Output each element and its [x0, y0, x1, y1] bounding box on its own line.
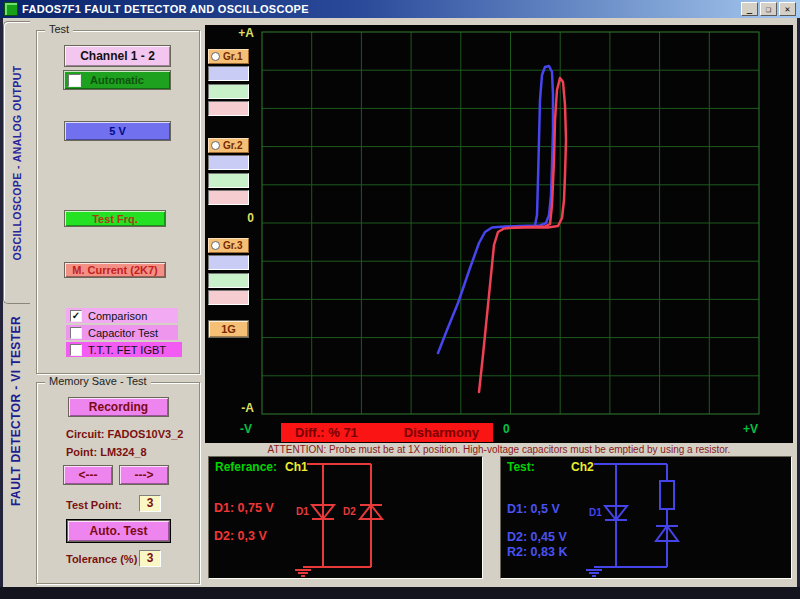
- test-title: Test:: [507, 460, 535, 474]
- gain-1g-button[interactable]: 1G: [208, 320, 249, 338]
- reference-title: Referance:: [215, 460, 277, 474]
- group-2-radio[interactable]: [211, 141, 220, 150]
- axis-label-plus-a: +A: [222, 26, 254, 40]
- tab-oscilloscope-analog-output[interactable]: OSCILLOSCOPE - ANALOG OUTPUT: [3, 21, 30, 304]
- window-controls: _ ❏ ✕: [741, 2, 798, 16]
- group-3-radio[interactable]: [211, 241, 220, 250]
- automatic-toggle[interactable]: Automatic: [63, 70, 171, 90]
- app-icon: [4, 2, 18, 16]
- reference-channel: Ch1: [285, 460, 308, 474]
- group-1-panel: Gr.1: [208, 49, 249, 119]
- axis-label-zero-v: 0: [503, 422, 510, 436]
- app-window: FADOS7F1 FAULT DETECTOR AND OSCILLOSCOPE…: [0, 0, 800, 599]
- vi-curves: [438, 66, 566, 392]
- close-button[interactable]: ✕: [779, 2, 796, 16]
- reference-reading-d1: D1: 0,75 V: [214, 501, 274, 515]
- tab-oscilloscope-label: OSCILLOSCOPE - ANALOG OUTPUT: [11, 65, 23, 260]
- scope-display: +A 0 -A Gr.1 Gr.2 Gr.3: [205, 25, 793, 443]
- group-1-field-pink[interactable]: [208, 101, 249, 116]
- title-bar: FADOS7F1 FAULT DETECTOR AND OSCILLOSCOPE…: [0, 0, 800, 18]
- group-2-field-blue[interactable]: [208, 155, 249, 170]
- window-border-bottom: [0, 587, 800, 599]
- channel-1-2-button[interactable]: Channel 1 - 2: [64, 45, 171, 67]
- axis-label-minus-v: -V: [240, 422, 252, 436]
- test-circuit-diagram: D1: [501, 457, 791, 578]
- group-2-panel: Gr.2: [208, 138, 249, 208]
- ground-icon: [586, 570, 602, 576]
- memory-save-group-label: Memory Save - Test: [45, 375, 151, 387]
- circuit-name-text: Circuit: FADOS10V3_2: [66, 428, 183, 440]
- test-reading-d1: D1: 0,5 V: [507, 502, 560, 516]
- point-name-text: Point: LM324_8: [66, 446, 147, 458]
- tab-fault-detector-label: FAULT DETECTOR - VI TESTER: [9, 316, 23, 506]
- test-reading-d2: D2: 0,45 V: [507, 530, 567, 544]
- axis-label-minus-a: -A: [222, 401, 254, 415]
- diode-d2-label: D2: [343, 506, 356, 517]
- group-1-radio[interactable]: [211, 52, 220, 61]
- group-1-field-blue[interactable]: [208, 66, 249, 81]
- comparison-checkbox-row[interactable]: ✓ Comparison: [66, 308, 178, 323]
- restore-button[interactable]: ❏: [760, 2, 777, 16]
- tolerance-value[interactable]: 3: [139, 550, 161, 567]
- tab-fault-detector-vi-tester[interactable]: FAULT DETECTOR - VI TESTER: [3, 316, 29, 506]
- comparison-checkbox[interactable]: ✓: [70, 310, 82, 322]
- group-2-field-green[interactable]: [208, 173, 249, 188]
- capacitor-test-checkbox[interactable]: [70, 327, 82, 339]
- group-2-label: Gr.2: [223, 140, 242, 151]
- group-3-field-pink[interactable]: [208, 290, 249, 305]
- group-2-header[interactable]: Gr.2: [208, 138, 249, 153]
- group-3-field-blue[interactable]: [208, 255, 249, 270]
- reference-circuit-diagram: D1 D2: [209, 457, 482, 578]
- test-frequency-button[interactable]: Test Frq.: [64, 210, 166, 227]
- ttt-fet-igbt-checkbox-row[interactable]: T.T.T. FET IGBT: [66, 342, 182, 357]
- voltage-button[interactable]: 5 V: [64, 121, 171, 141]
- auto-test-button[interactable]: Auto. Test: [67, 520, 170, 542]
- test-reading-r2: R2: 0,83 K: [507, 545, 567, 559]
- window-title: FADOS7F1 FAULT DETECTOR AND OSCILLOSCOPE: [22, 3, 309, 15]
- ground-icon: [295, 570, 311, 576]
- axis-label-plus-v: +V: [743, 422, 758, 436]
- group-1-header[interactable]: Gr.1: [208, 49, 249, 64]
- difference-percent: Diff.: % 71: [295, 425, 358, 440]
- scope-grid: [262, 32, 759, 414]
- group-1-field-green[interactable]: [208, 84, 249, 99]
- test-point-value[interactable]: 3: [139, 495, 161, 512]
- axis-label-zero-a: 0: [222, 211, 254, 225]
- test-circuit-panel: D1 Test: Ch2 D1: 0,5 V D2: 0,45 V R2: 0,…: [500, 456, 792, 579]
- group-3-field-green[interactable]: [208, 273, 249, 288]
- reference-circuit-panel: D1 D2 Referance: Ch1 D1: 0,75 V D2: 0,3 …: [208, 456, 483, 579]
- vi-curve-plot: [205, 25, 793, 443]
- resistor-r2-icon: [660, 481, 674, 509]
- previous-point-button[interactable]: <---: [63, 465, 113, 485]
- reference-reading-d2: D2: 0,3 V: [214, 529, 267, 543]
- attention-warning-text: ATTENTION: Probe must be at 1X position.…: [205, 444, 793, 455]
- group-2-field-pink[interactable]: [208, 190, 249, 205]
- ttt-fet-igbt-label: T.T.T. FET IGBT: [88, 344, 166, 356]
- next-point-button[interactable]: --->: [119, 465, 169, 485]
- automatic-label: Automatic: [90, 74, 144, 86]
- test-channel-curve: [438, 66, 553, 353]
- capacitor-test-label: Capacitor Test: [88, 327, 158, 339]
- diode-d1-label: D1: [296, 506, 309, 517]
- comparison-label: Comparison: [88, 310, 147, 322]
- difference-banner: Diff.: % 71 Disharmony: [281, 423, 493, 442]
- group-3-label: Gr.3: [223, 240, 242, 251]
- recording-button[interactable]: Recording: [68, 397, 169, 417]
- group-3-panel: Gr.3: [208, 238, 249, 308]
- tolerance-label: Tolerance (%): [66, 553, 137, 565]
- diode-d1-label: D1: [589, 507, 602, 518]
- disharmony-status: Disharmony: [404, 425, 479, 440]
- capacitor-test-checkbox-row[interactable]: Capacitor Test: [66, 325, 178, 340]
- minimize-button[interactable]: _: [741, 2, 758, 16]
- group-1-label: Gr.1: [223, 51, 242, 62]
- group-3-header[interactable]: Gr.3: [208, 238, 249, 253]
- test-group-label: Test: [45, 23, 73, 35]
- automatic-checkbox[interactable]: [68, 74, 81, 87]
- test-channel: Ch2: [571, 460, 594, 474]
- ttt-fet-igbt-checkbox[interactable]: [70, 344, 82, 356]
- max-current-button[interactable]: M. Current (2K7): [64, 262, 166, 278]
- test-point-label: Test Point:: [66, 499, 122, 511]
